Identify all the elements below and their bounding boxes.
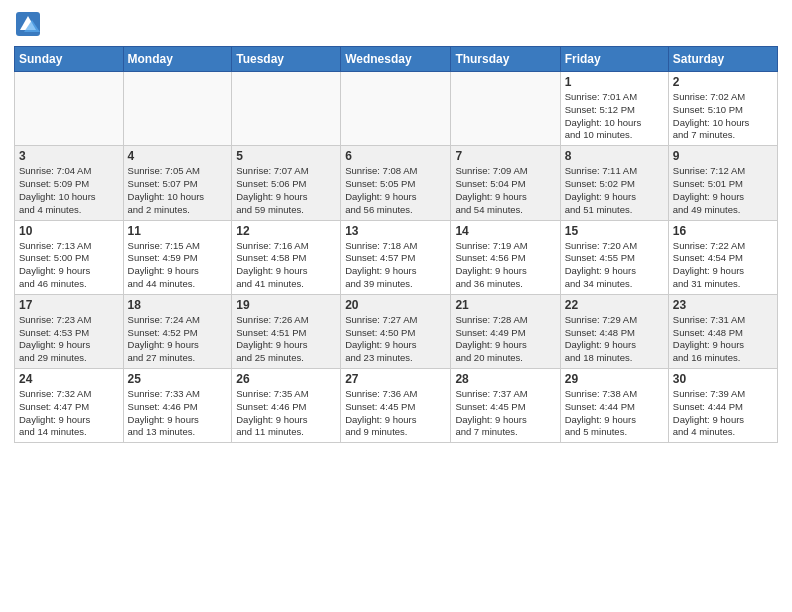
calendar-cell: 8Sunrise: 7:11 AM Sunset: 5:02 PM Daylig… [560,146,668,220]
calendar-cell: 30Sunrise: 7:39 AM Sunset: 4:44 PM Dayli… [668,369,777,443]
day-number: 4 [128,149,228,163]
day-info: Sunrise: 7:18 AM Sunset: 4:57 PM Dayligh… [345,240,446,291]
calendar-cell: 11Sunrise: 7:15 AM Sunset: 4:59 PM Dayli… [123,220,232,294]
calendar-header: SundayMondayTuesdayWednesdayThursdayFrid… [15,47,778,72]
calendar-cell: 29Sunrise: 7:38 AM Sunset: 4:44 PM Dayli… [560,369,668,443]
weekday-header-friday: Friday [560,47,668,72]
day-number: 1 [565,75,664,89]
day-number: 3 [19,149,119,163]
day-info: Sunrise: 7:33 AM Sunset: 4:46 PM Dayligh… [128,388,228,439]
day-info: Sunrise: 7:32 AM Sunset: 4:47 PM Dayligh… [19,388,119,439]
calendar-week-3: 10Sunrise: 7:13 AM Sunset: 5:00 PM Dayli… [15,220,778,294]
day-info: Sunrise: 7:12 AM Sunset: 5:01 PM Dayligh… [673,165,773,216]
day-info: Sunrise: 7:05 AM Sunset: 5:07 PM Dayligh… [128,165,228,216]
day-info: Sunrise: 7:28 AM Sunset: 4:49 PM Dayligh… [455,314,555,365]
calendar-cell: 27Sunrise: 7:36 AM Sunset: 4:45 PM Dayli… [341,369,451,443]
day-info: Sunrise: 7:31 AM Sunset: 4:48 PM Dayligh… [673,314,773,365]
day-number: 8 [565,149,664,163]
calendar-week-2: 3Sunrise: 7:04 AM Sunset: 5:09 PM Daylig… [15,146,778,220]
day-info: Sunrise: 7:38 AM Sunset: 4:44 PM Dayligh… [565,388,664,439]
day-number: 17 [19,298,119,312]
day-info: Sunrise: 7:24 AM Sunset: 4:52 PM Dayligh… [128,314,228,365]
calendar-cell: 4Sunrise: 7:05 AM Sunset: 5:07 PM Daylig… [123,146,232,220]
calendar-cell: 10Sunrise: 7:13 AM Sunset: 5:00 PM Dayli… [15,220,124,294]
day-info: Sunrise: 7:23 AM Sunset: 4:53 PM Dayligh… [19,314,119,365]
weekday-header-thursday: Thursday [451,47,560,72]
day-number: 29 [565,372,664,386]
day-info: Sunrise: 7:36 AM Sunset: 4:45 PM Dayligh… [345,388,446,439]
calendar-cell: 13Sunrise: 7:18 AM Sunset: 4:57 PM Dayli… [341,220,451,294]
day-number: 11 [128,224,228,238]
day-number: 7 [455,149,555,163]
day-number: 21 [455,298,555,312]
calendar-cell: 9Sunrise: 7:12 AM Sunset: 5:01 PM Daylig… [668,146,777,220]
day-number: 13 [345,224,446,238]
calendar-cell [15,72,124,146]
day-number: 25 [128,372,228,386]
day-info: Sunrise: 7:29 AM Sunset: 4:48 PM Dayligh… [565,314,664,365]
calendar-cell [123,72,232,146]
day-info: Sunrise: 7:13 AM Sunset: 5:00 PM Dayligh… [19,240,119,291]
calendar-cell [341,72,451,146]
day-number: 19 [236,298,336,312]
calendar-cell: 23Sunrise: 7:31 AM Sunset: 4:48 PM Dayli… [668,294,777,368]
day-info: Sunrise: 7:20 AM Sunset: 4:55 PM Dayligh… [565,240,664,291]
day-number: 15 [565,224,664,238]
calendar-cell: 28Sunrise: 7:37 AM Sunset: 4:45 PM Dayli… [451,369,560,443]
calendar-cell: 25Sunrise: 7:33 AM Sunset: 4:46 PM Dayli… [123,369,232,443]
calendar-cell: 2Sunrise: 7:02 AM Sunset: 5:10 PM Daylig… [668,72,777,146]
calendar-body: 1Sunrise: 7:01 AM Sunset: 5:12 PM Daylig… [15,72,778,443]
calendar-cell: 3Sunrise: 7:04 AM Sunset: 5:09 PM Daylig… [15,146,124,220]
day-number: 9 [673,149,773,163]
calendar-cell: 24Sunrise: 7:32 AM Sunset: 4:47 PM Dayli… [15,369,124,443]
day-info: Sunrise: 7:27 AM Sunset: 4:50 PM Dayligh… [345,314,446,365]
day-number: 22 [565,298,664,312]
calendar-cell: 26Sunrise: 7:35 AM Sunset: 4:46 PM Dayli… [232,369,341,443]
calendar-week-1: 1Sunrise: 7:01 AM Sunset: 5:12 PM Daylig… [15,72,778,146]
logo [14,10,46,38]
day-info: Sunrise: 7:11 AM Sunset: 5:02 PM Dayligh… [565,165,664,216]
weekday-header-wednesday: Wednesday [341,47,451,72]
calendar-cell [451,72,560,146]
calendar-cell: 5Sunrise: 7:07 AM Sunset: 5:06 PM Daylig… [232,146,341,220]
calendar-cell: 20Sunrise: 7:27 AM Sunset: 4:50 PM Dayli… [341,294,451,368]
day-info: Sunrise: 7:15 AM Sunset: 4:59 PM Dayligh… [128,240,228,291]
weekday-header-tuesday: Tuesday [232,47,341,72]
weekday-header-saturday: Saturday [668,47,777,72]
day-number: 10 [19,224,119,238]
day-info: Sunrise: 7:09 AM Sunset: 5:04 PM Dayligh… [455,165,555,216]
day-info: Sunrise: 7:02 AM Sunset: 5:10 PM Dayligh… [673,91,773,142]
day-info: Sunrise: 7:01 AM Sunset: 5:12 PM Dayligh… [565,91,664,142]
calendar-cell [232,72,341,146]
calendar-table: SundayMondayTuesdayWednesdayThursdayFrid… [14,46,778,443]
weekday-header-monday: Monday [123,47,232,72]
calendar-cell: 7Sunrise: 7:09 AM Sunset: 5:04 PM Daylig… [451,146,560,220]
day-number: 2 [673,75,773,89]
day-number: 16 [673,224,773,238]
day-number: 26 [236,372,336,386]
day-number: 6 [345,149,446,163]
calendar-week-5: 24Sunrise: 7:32 AM Sunset: 4:47 PM Dayli… [15,369,778,443]
day-number: 12 [236,224,336,238]
logo-icon [14,10,42,38]
page: SundayMondayTuesdayWednesdayThursdayFrid… [0,0,792,453]
day-info: Sunrise: 7:08 AM Sunset: 5:05 PM Dayligh… [345,165,446,216]
day-info: Sunrise: 7:26 AM Sunset: 4:51 PM Dayligh… [236,314,336,365]
day-number: 27 [345,372,446,386]
day-info: Sunrise: 7:22 AM Sunset: 4:54 PM Dayligh… [673,240,773,291]
day-info: Sunrise: 7:04 AM Sunset: 5:09 PM Dayligh… [19,165,119,216]
calendar-cell: 19Sunrise: 7:26 AM Sunset: 4:51 PM Dayli… [232,294,341,368]
calendar-week-4: 17Sunrise: 7:23 AM Sunset: 4:53 PM Dayli… [15,294,778,368]
calendar-cell: 15Sunrise: 7:20 AM Sunset: 4:55 PM Dayli… [560,220,668,294]
calendar-cell: 18Sunrise: 7:24 AM Sunset: 4:52 PM Dayli… [123,294,232,368]
day-info: Sunrise: 7:07 AM Sunset: 5:06 PM Dayligh… [236,165,336,216]
day-number: 20 [345,298,446,312]
day-number: 23 [673,298,773,312]
calendar-cell: 6Sunrise: 7:08 AM Sunset: 5:05 PM Daylig… [341,146,451,220]
calendar-cell: 21Sunrise: 7:28 AM Sunset: 4:49 PM Dayli… [451,294,560,368]
calendar-cell: 17Sunrise: 7:23 AM Sunset: 4:53 PM Dayli… [15,294,124,368]
header-area [14,10,778,38]
day-info: Sunrise: 7:37 AM Sunset: 4:45 PM Dayligh… [455,388,555,439]
calendar-cell: 12Sunrise: 7:16 AM Sunset: 4:58 PM Dayli… [232,220,341,294]
day-info: Sunrise: 7:35 AM Sunset: 4:46 PM Dayligh… [236,388,336,439]
